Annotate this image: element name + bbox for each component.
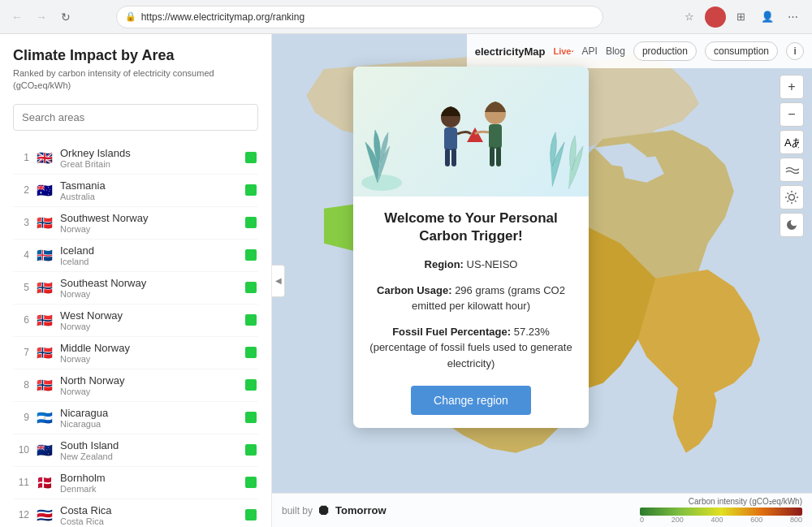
modal-title: Welcome to Your Personal Carbon Trigger! <box>369 210 572 245</box>
list-item[interactable]: 5 🇳🇴 Southeast Norway Norway <box>13 272 258 305</box>
area-country: Australia <box>60 192 239 201</box>
carbon-indicator <box>245 477 257 488</box>
area-name: South Island <box>60 439 239 451</box>
area-name: Southwest Norway <box>60 212 239 224</box>
country-flag: 🇳🇮 <box>36 411 54 424</box>
country-flag: 🇳🇴 <box>36 216 54 229</box>
bookmark-button[interactable]: ☆ <box>679 6 700 28</box>
carbon-indicator <box>245 412 257 423</box>
translate-button[interactable]: Aあ <box>780 130 804 154</box>
modal-carbon: Carbon Usage: 296 grams (grams CO2 emitt… <box>369 283 572 314</box>
list-item[interactable]: 4 🇮🇸 Iceland Iceland <box>13 240 258 272</box>
area-country: Norway <box>60 224 239 234</box>
area-country: Iceland <box>60 257 239 266</box>
user-avatar[interactable] <box>705 6 726 28</box>
area-info: South Island New Zealand <box>60 439 239 461</box>
rank-number: 9 <box>15 412 29 423</box>
list-item[interactable]: 1 🇬🇧 Orkney Islands Great Britain <box>13 142 258 175</box>
area-country: Denmark <box>60 484 239 494</box>
consumption-btn[interactable]: consumption <box>705 41 778 61</box>
modal-illustration <box>353 67 589 197</box>
area-name: West Norway <box>60 309 239 322</box>
carbon-indicator <box>245 217 257 228</box>
built-by-label: built by <box>282 505 313 516</box>
area-info: Orkney Islands Great Britain <box>60 147 239 169</box>
area-country: Great Britain <box>60 159 239 169</box>
area-info: West Norway Norway <box>60 309 239 331</box>
menu-button[interactable]: ⋯ <box>783 6 804 28</box>
forward-button[interactable]: → <box>32 8 50 26</box>
wind-button[interactable] <box>780 158 804 182</box>
modal-body: Welcome to Your Personal Carbon Trigger!… <box>353 197 589 428</box>
area-name: Nicaragua <box>60 407 239 419</box>
modal-fossil: Fossil Fuel Percentage: 57.23% (percenta… <box>369 324 572 372</box>
tomorrow-logo: Tomorrow <box>335 504 387 516</box>
rank-number: 1 <box>15 152 29 163</box>
area-info: Iceland Iceland <box>60 244 239 266</box>
brand-name: electricityMap <box>475 45 546 58</box>
address-bar[interactable]: 🔒 https://www.electricitymap.org/ranking <box>116 6 603 28</box>
url-text: https://www.electricitymap.org/ranking <box>141 11 304 23</box>
zoom-in-button[interactable]: + <box>780 75 804 99</box>
search-input[interactable] <box>13 104 258 131</box>
production-btn[interactable]: production <box>633 41 697 61</box>
sidebar-toggle[interactable]: ◀ <box>272 265 285 297</box>
rank-number: 4 <box>15 249 29 261</box>
area-name: North Norway <box>60 374 239 387</box>
list-item[interactable]: 8 🇳🇴 North Norway Norway <box>13 369 258 402</box>
sun-button[interactable] <box>780 185 804 210</box>
carbon-legend: Carbon intensity (gCO₂eq/kWh) 0 200 400 … <box>640 497 802 524</box>
list-item[interactable]: 6 🇳🇴 West Norway Norway <box>13 305 258 337</box>
night-button[interactable] <box>780 213 804 237</box>
list-item[interactable]: 7 🇳🇴 Middle Norway Norway <box>13 337 258 369</box>
refresh-button[interactable]: ↻ <box>57 8 75 26</box>
svg-rect-19 <box>490 147 495 166</box>
app-container: Climate Impact by Area Ranked by carbon … <box>0 34 812 527</box>
sidebar-subtitle: Ranked by carbon intensity of electricit… <box>13 67 258 93</box>
list-item[interactable]: 3 🇳🇴 Southwest Norway Norway <box>13 207 258 240</box>
map-container[interactable]: electricityMap Live· API Blog production… <box>272 34 812 527</box>
area-info: Middle Norway Norway <box>60 342 239 364</box>
area-name: Costa Rica <box>60 504 239 516</box>
area-info: Southwest Norway Norway <box>60 212 239 234</box>
country-flag: 🇩🇰 <box>36 476 54 489</box>
carbon-indicator <box>245 379 257 391</box>
info-button[interactable]: i <box>786 42 804 60</box>
list-item[interactable]: 11 🇩🇰 Bornholm Denmark <box>13 467 258 499</box>
svg-rect-20 <box>496 147 501 166</box>
blog-link[interactable]: Blog <box>606 45 625 57</box>
profile-button[interactable]: 👤 <box>757 6 778 28</box>
extensions-button[interactable]: ⊞ <box>731 6 752 28</box>
area-country: Norway <box>60 354 239 364</box>
carbon-indicator <box>245 282 257 293</box>
legend-label: Carbon intensity (gCO₂eq/kWh) <box>689 497 802 506</box>
modal-carbon-label: Carbon Usage: <box>377 284 451 296</box>
list-item[interactable]: 9 🇳🇮 Nicaragua Nicaragua <box>13 402 258 434</box>
rank-number: 10 <box>15 444 29 456</box>
live-badge: Live· <box>553 46 573 56</box>
zoom-out-button[interactable]: − <box>780 102 804 127</box>
sidebar: Climate Impact by Area Ranked by carbon … <box>0 34 272 527</box>
area-info: Nicaragua Nicaragua <box>60 407 239 429</box>
list-item[interactable]: 2 🇦🇺 Tasmania Australia <box>13 175 258 207</box>
svg-line-9 <box>795 193 797 195</box>
rank-number: 7 <box>15 347 29 358</box>
api-link[interactable]: API <box>582 45 598 57</box>
area-name: Tasmania <box>60 179 239 192</box>
change-region-button[interactable]: Change region <box>411 386 531 415</box>
list-item[interactable]: 10 🇳🇿 South Island New Zealand <box>13 434 258 467</box>
built-by: built by ⏺ Tomorrow <box>282 502 387 519</box>
modal-fossil-label: Fossil Fuel Percentage: <box>392 326 511 338</box>
back-button[interactable]: ← <box>8 8 26 26</box>
country-flag: 🇦🇺 <box>36 184 54 197</box>
svg-rect-13 <box>444 127 457 150</box>
carbon-indicator <box>245 152 257 163</box>
list-item[interactable]: 12 🇨🇷 Costa Rica Costa Rica <box>13 499 258 527</box>
modal-region-label: Region: <box>425 258 464 270</box>
rank-number: 3 <box>15 217 29 228</box>
area-name: Iceland <box>60 244 239 257</box>
country-flag: 🇳🇴 <box>36 281 54 294</box>
rank-number: 12 <box>15 509 29 521</box>
carbon-indicator <box>245 184 257 196</box>
area-name: Middle Norway <box>60 342 239 354</box>
